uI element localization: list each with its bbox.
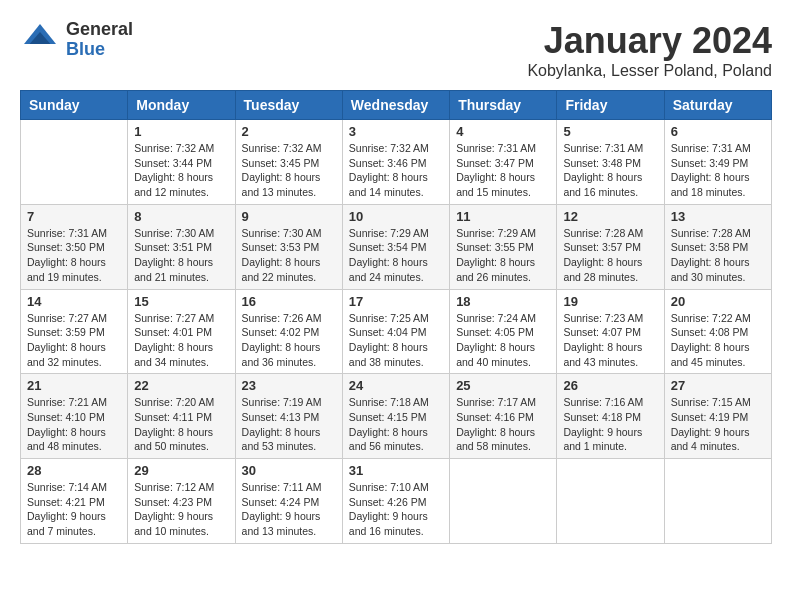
calendar-day-cell: 19 Sunrise: 7:23 AMSunset: 4:07 PMDaylig…	[557, 289, 664, 374]
day-number: 9	[242, 209, 336, 224]
day-number: 18	[456, 294, 550, 309]
day-info: Sunrise: 7:26 AMSunset: 4:02 PMDaylight:…	[242, 311, 336, 370]
day-info: Sunrise: 7:16 AMSunset: 4:18 PMDaylight:…	[563, 395, 657, 454]
calendar-day-cell: 29 Sunrise: 7:12 AMSunset: 4:23 PMDaylig…	[128, 459, 235, 544]
day-info: Sunrise: 7:31 AMSunset: 3:49 PMDaylight:…	[671, 141, 765, 200]
day-of-week-header: Tuesday	[235, 91, 342, 120]
day-info: Sunrise: 7:32 AMSunset: 3:44 PMDaylight:…	[134, 141, 228, 200]
calendar-day-cell: 9 Sunrise: 7:30 AMSunset: 3:53 PMDayligh…	[235, 204, 342, 289]
calendar-day-cell: 10 Sunrise: 7:29 AMSunset: 3:54 PMDaylig…	[342, 204, 449, 289]
day-number: 5	[563, 124, 657, 139]
calendar-day-cell: 14 Sunrise: 7:27 AMSunset: 3:59 PMDaylig…	[21, 289, 128, 374]
calendar-day-cell	[664, 459, 771, 544]
day-info: Sunrise: 7:18 AMSunset: 4:15 PMDaylight:…	[349, 395, 443, 454]
day-number: 15	[134, 294, 228, 309]
calendar-subtitle: Kobylanka, Lesser Poland, Poland	[527, 62, 772, 80]
calendar-week-row: 1 Sunrise: 7:32 AMSunset: 3:44 PMDayligh…	[21, 120, 772, 205]
calendar-day-cell: 5 Sunrise: 7:31 AMSunset: 3:48 PMDayligh…	[557, 120, 664, 205]
day-number: 29	[134, 463, 228, 478]
day-info: Sunrise: 7:24 AMSunset: 4:05 PMDaylight:…	[456, 311, 550, 370]
logo-text: General Blue	[66, 20, 133, 60]
day-number: 19	[563, 294, 657, 309]
day-info: Sunrise: 7:32 AMSunset: 3:45 PMDaylight:…	[242, 141, 336, 200]
day-of-week-header: Friday	[557, 91, 664, 120]
day-number: 26	[563, 378, 657, 393]
title-section: January 2024 Kobylanka, Lesser Poland, P…	[527, 20, 772, 80]
day-number: 17	[349, 294, 443, 309]
day-number: 21	[27, 378, 121, 393]
day-number: 12	[563, 209, 657, 224]
day-number: 14	[27, 294, 121, 309]
day-info: Sunrise: 7:31 AMSunset: 3:48 PMDaylight:…	[563, 141, 657, 200]
day-info: Sunrise: 7:11 AMSunset: 4:24 PMDaylight:…	[242, 480, 336, 539]
calendar-day-cell: 22 Sunrise: 7:20 AMSunset: 4:11 PMDaylig…	[128, 374, 235, 459]
day-info: Sunrise: 7:19 AMSunset: 4:13 PMDaylight:…	[242, 395, 336, 454]
logo-blue-text: Blue	[66, 40, 133, 60]
calendar-day-cell: 13 Sunrise: 7:28 AMSunset: 3:58 PMDaylig…	[664, 204, 771, 289]
day-info: Sunrise: 7:21 AMSunset: 4:10 PMDaylight:…	[27, 395, 121, 454]
logo: General Blue	[20, 20, 133, 60]
day-info: Sunrise: 7:32 AMSunset: 3:46 PMDaylight:…	[349, 141, 443, 200]
calendar-day-cell: 7 Sunrise: 7:31 AMSunset: 3:50 PMDayligh…	[21, 204, 128, 289]
calendar-day-cell: 30 Sunrise: 7:11 AMSunset: 4:24 PMDaylig…	[235, 459, 342, 544]
day-number: 27	[671, 378, 765, 393]
day-info: Sunrise: 7:12 AMSunset: 4:23 PMDaylight:…	[134, 480, 228, 539]
calendar-day-cell: 1 Sunrise: 7:32 AMSunset: 3:44 PMDayligh…	[128, 120, 235, 205]
day-info: Sunrise: 7:29 AMSunset: 3:55 PMDaylight:…	[456, 226, 550, 285]
page-header: General Blue January 2024 Kobylanka, Les…	[20, 20, 772, 80]
day-number: 4	[456, 124, 550, 139]
day-of-week-header: Monday	[128, 91, 235, 120]
calendar-day-cell	[557, 459, 664, 544]
calendar-day-cell: 27 Sunrise: 7:15 AMSunset: 4:19 PMDaylig…	[664, 374, 771, 459]
day-number: 2	[242, 124, 336, 139]
day-info: Sunrise: 7:17 AMSunset: 4:16 PMDaylight:…	[456, 395, 550, 454]
day-info: Sunrise: 7:14 AMSunset: 4:21 PMDaylight:…	[27, 480, 121, 539]
calendar-day-cell: 17 Sunrise: 7:25 AMSunset: 4:04 PMDaylig…	[342, 289, 449, 374]
day-info: Sunrise: 7:28 AMSunset: 3:58 PMDaylight:…	[671, 226, 765, 285]
day-number: 3	[349, 124, 443, 139]
day-info: Sunrise: 7:29 AMSunset: 3:54 PMDaylight:…	[349, 226, 443, 285]
calendar-day-cell: 26 Sunrise: 7:16 AMSunset: 4:18 PMDaylig…	[557, 374, 664, 459]
days-of-week-row: SundayMondayTuesdayWednesdayThursdayFrid…	[21, 91, 772, 120]
calendar-day-cell: 24 Sunrise: 7:18 AMSunset: 4:15 PMDaylig…	[342, 374, 449, 459]
calendar-day-cell	[450, 459, 557, 544]
logo-icon	[20, 20, 60, 60]
day-number: 25	[456, 378, 550, 393]
day-number: 22	[134, 378, 228, 393]
day-info: Sunrise: 7:23 AMSunset: 4:07 PMDaylight:…	[563, 311, 657, 370]
calendar-day-cell: 2 Sunrise: 7:32 AMSunset: 3:45 PMDayligh…	[235, 120, 342, 205]
calendar-title: January 2024	[527, 20, 772, 62]
day-number: 8	[134, 209, 228, 224]
day-number: 20	[671, 294, 765, 309]
calendar-day-cell: 12 Sunrise: 7:28 AMSunset: 3:57 PMDaylig…	[557, 204, 664, 289]
day-number: 28	[27, 463, 121, 478]
day-info: Sunrise: 7:30 AMSunset: 3:53 PMDaylight:…	[242, 226, 336, 285]
calendar-week-row: 21 Sunrise: 7:21 AMSunset: 4:10 PMDaylig…	[21, 374, 772, 459]
calendar-header: SundayMondayTuesdayWednesdayThursdayFrid…	[21, 91, 772, 120]
calendar-body: 1 Sunrise: 7:32 AMSunset: 3:44 PMDayligh…	[21, 120, 772, 544]
day-info: Sunrise: 7:22 AMSunset: 4:08 PMDaylight:…	[671, 311, 765, 370]
day-info: Sunrise: 7:31 AMSunset: 3:47 PMDaylight:…	[456, 141, 550, 200]
calendar-week-row: 14 Sunrise: 7:27 AMSunset: 3:59 PMDaylig…	[21, 289, 772, 374]
day-info: Sunrise: 7:15 AMSunset: 4:19 PMDaylight:…	[671, 395, 765, 454]
calendar-table: SundayMondayTuesdayWednesdayThursdayFrid…	[20, 90, 772, 544]
calendar-day-cell: 18 Sunrise: 7:24 AMSunset: 4:05 PMDaylig…	[450, 289, 557, 374]
calendar-day-cell: 21 Sunrise: 7:21 AMSunset: 4:10 PMDaylig…	[21, 374, 128, 459]
calendar-day-cell: 25 Sunrise: 7:17 AMSunset: 4:16 PMDaylig…	[450, 374, 557, 459]
calendar-day-cell: 11 Sunrise: 7:29 AMSunset: 3:55 PMDaylig…	[450, 204, 557, 289]
calendar-day-cell	[21, 120, 128, 205]
calendar-day-cell: 31 Sunrise: 7:10 AMSunset: 4:26 PMDaylig…	[342, 459, 449, 544]
day-info: Sunrise: 7:31 AMSunset: 3:50 PMDaylight:…	[27, 226, 121, 285]
day-info: Sunrise: 7:27 AMSunset: 3:59 PMDaylight:…	[27, 311, 121, 370]
calendar-day-cell: 6 Sunrise: 7:31 AMSunset: 3:49 PMDayligh…	[664, 120, 771, 205]
calendar-week-row: 28 Sunrise: 7:14 AMSunset: 4:21 PMDaylig…	[21, 459, 772, 544]
day-number: 30	[242, 463, 336, 478]
calendar-day-cell: 16 Sunrise: 7:26 AMSunset: 4:02 PMDaylig…	[235, 289, 342, 374]
day-number: 16	[242, 294, 336, 309]
calendar-day-cell: 28 Sunrise: 7:14 AMSunset: 4:21 PMDaylig…	[21, 459, 128, 544]
day-number: 7	[27, 209, 121, 224]
calendar-day-cell: 15 Sunrise: 7:27 AMSunset: 4:01 PMDaylig…	[128, 289, 235, 374]
calendar-day-cell: 4 Sunrise: 7:31 AMSunset: 3:47 PMDayligh…	[450, 120, 557, 205]
calendar-day-cell: 8 Sunrise: 7:30 AMSunset: 3:51 PMDayligh…	[128, 204, 235, 289]
calendar-day-cell: 3 Sunrise: 7:32 AMSunset: 3:46 PMDayligh…	[342, 120, 449, 205]
